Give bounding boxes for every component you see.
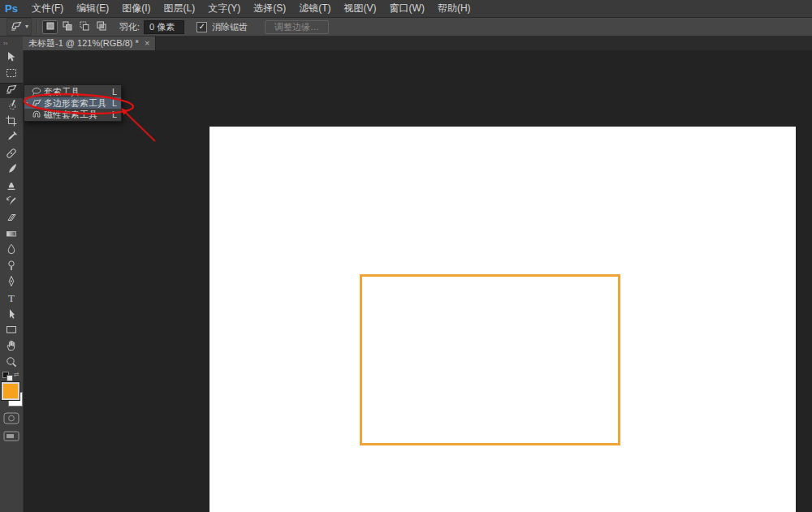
antialias-checkbox[interactable]: ✓ (197, 22, 207, 32)
default-colors-icon[interactable] (2, 372, 13, 381)
polygon-selection-rectangle (360, 274, 620, 445)
polygonal-lasso-icon (10, 19, 23, 34)
flyout-item-label: 多边形套索工具 (44, 97, 109, 110)
tools-panel: T ⇄ (0, 50, 24, 512)
move-tool[interactable] (0, 50, 23, 67)
dodge-tool[interactable] (0, 259, 23, 275)
path-selection-icon (5, 308, 18, 324)
quick-selection-tool[interactable] (0, 98, 23, 114)
add-to-selection-icon (61, 19, 74, 34)
spot-healing-tool[interactable] (0, 147, 23, 163)
gradient-icon (5, 227, 18, 243)
tools-panel-collapse[interactable]: ›› (0, 37, 23, 50)
flyout-item-magnetic-lasso[interactable]: ▪磁性套索工具L (24, 109, 121, 120)
eraser-tool[interactable] (0, 211, 23, 227)
lasso-icon (31, 86, 44, 97)
tool-preset-dropdown[interactable]: ▾ (6, 18, 32, 36)
flyout-item-shortcut: L (109, 110, 119, 119)
flyout-items: ▪套索工具L▪多边形套索工具L▪磁性套索工具L (24, 86, 121, 120)
eyedropper-tool[interactable] (0, 131, 23, 147)
flyout-item-lasso[interactable]: ▪套索工具L (24, 86, 121, 97)
subtract-from-selection-button[interactable] (76, 20, 92, 34)
quick-selection-icon (5, 98, 18, 114)
tool-list: T (0, 50, 23, 372)
ps-logo: Ps (5, 2, 18, 15)
annotation-arrow-shaft (126, 113, 155, 141)
menu-item-1[interactable]: 编辑(E) (70, 0, 115, 17)
new-selection-icon (44, 19, 57, 34)
move-icon (5, 50, 18, 67)
document-tab-title: 未标题-1 @ 121%(RGB/8) * (28, 37, 139, 49)
flyout-item-polygonal-lasso[interactable]: ▪多边形套索工具L (24, 97, 121, 109)
new-selection-button[interactable] (42, 20, 58, 34)
lasso-flyout-menu: ▪套索工具L▪多边形套索工具L▪磁性套索工具L (24, 84, 122, 122)
zoom-icon (5, 355, 18, 372)
quick-mask-button[interactable] (3, 412, 19, 428)
hand-tool[interactable] (0, 339, 23, 355)
history-brush-icon (5, 195, 18, 211)
feather-input[interactable]: 0 像素 (144, 20, 184, 34)
brush-icon (5, 162, 18, 179)
zoom-tool[interactable] (0, 355, 23, 372)
check-icon: ✓ (198, 23, 205, 31)
menu-item-6[interactable]: 滤镜(T) (292, 0, 337, 17)
flyout-item-shortcut: L (109, 98, 119, 108)
clone-stamp-tool[interactable] (0, 179, 23, 195)
hand-icon (5, 339, 18, 355)
clone-stamp-icon (5, 179, 18, 195)
menu-item-8[interactable]: 窗口(W) (383, 0, 431, 17)
refine-edge-button[interactable]: 调整边缘… (265, 20, 329, 34)
menu-item-4[interactable]: 文字(Y) (201, 0, 247, 17)
eyedropper-icon (5, 131, 18, 147)
screen-mode-button[interactable] (3, 430, 19, 445)
menu-item-5[interactable]: 选择(S) (247, 0, 292, 17)
menu-item-0[interactable]: 文件(F) (25, 0, 70, 17)
pen-icon (5, 275, 18, 291)
options-bar: ▾ 羽化: 0 像素 ✓ 消除锯齿 调整边缘… (0, 18, 812, 37)
antialias-label: 消除锯齿 (212, 21, 248, 33)
menu-items: 文件(F)编辑(E)图像(I)图层(L)文字(Y)选择(S)滤镜(T)视图(V)… (25, 0, 477, 17)
pen-tool[interactable] (0, 275, 23, 291)
default-background-mini (6, 375, 13, 381)
photoshop-window: Ps 文件(F)编辑(E)图像(I)图层(L)文字(Y)选择(S)滤镜(T)视图… (0, 0, 812, 512)
rect-marquee-icon (5, 67, 18, 83)
menu-bar: Ps 文件(F)编辑(E)图像(I)图层(L)文字(Y)选择(S)滤镜(T)视图… (0, 0, 812, 18)
shape-icon (5, 323, 18, 339)
intersect-selection-button[interactable] (93, 20, 109, 34)
flyout-item-label: 磁性套索工具 (44, 109, 109, 121)
brush-tool[interactable] (0, 163, 23, 179)
polygonal-lasso-icon (31, 97, 44, 109)
crop-tool[interactable] (0, 114, 23, 131)
rect-marquee-tool[interactable] (0, 67, 23, 83)
polygonal-lasso-icon (5, 83, 18, 99)
path-selection-tool[interactable] (0, 308, 23, 324)
blur-icon (5, 243, 18, 259)
dodge-icon (5, 259, 18, 275)
gradient-tool[interactable] (0, 227, 23, 243)
type-tool[interactable]: T (0, 291, 23, 308)
shape-tool[interactable] (0, 324, 23, 340)
menu-item-7[interactable]: 视图(V) (338, 0, 383, 17)
document-canvas[interactable] (209, 127, 796, 512)
type-icon: T (5, 291, 18, 308)
foreground-color-swatch[interactable] (2, 382, 19, 400)
flyout-item-shortcut: L (109, 87, 119, 97)
polygonal-lasso-tool[interactable] (0, 83, 23, 99)
document-tab-bar: ›› 未标题-1 @ 121%(RGB/8) * × (0, 37, 812, 50)
intersect-selection-icon (95, 19, 108, 34)
double-chevron-icon: ›› (3, 40, 7, 47)
history-brush-tool[interactable] (0, 195, 23, 211)
menu-item-9[interactable]: 帮助(H) (431, 0, 477, 17)
swap-colors-icon[interactable]: ⇄ (14, 372, 19, 378)
flyout-item-label: 套索工具 (44, 86, 109, 98)
chevron-down-icon: ▾ (25, 24, 28, 30)
spot-healing-icon (5, 147, 18, 163)
eraser-icon (5, 211, 18, 227)
tab-close-icon[interactable]: × (145, 39, 149, 48)
options-separator (37, 20, 37, 33)
blur-tool[interactable] (0, 243, 23, 260)
menu-item-2[interactable]: 图像(I) (115, 0, 157, 17)
document-tab[interactable]: 未标题-1 @ 121%(RGB/8) * × (23, 37, 156, 50)
add-to-selection-button[interactable] (59, 20, 75, 34)
menu-item-3[interactable]: 图层(L) (158, 0, 202, 17)
